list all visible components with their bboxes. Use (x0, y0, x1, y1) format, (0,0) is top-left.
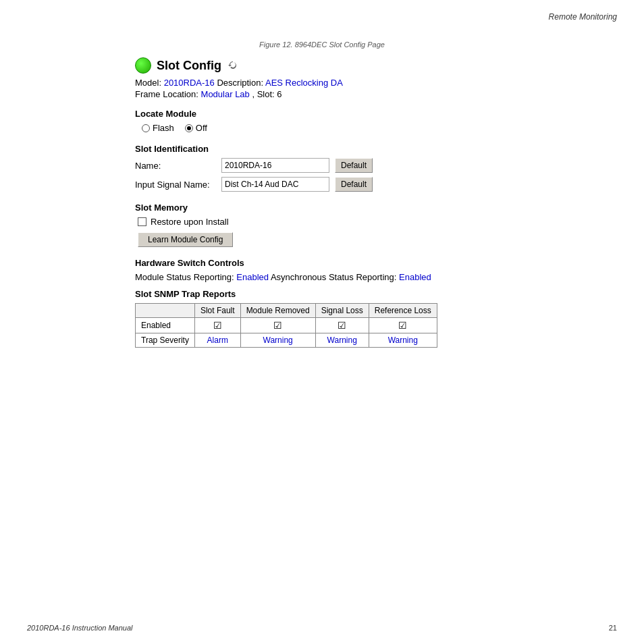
slot-value: 6 (277, 89, 281, 99)
figure-caption: Figure 12. 8964DEC Slot Config Page (259, 41, 385, 49)
frame-line: Frame Location: Modular Lab , Slot: 6 (135, 89, 540, 99)
off-radio-item[interactable]: Off (185, 123, 207, 133)
slot-config-header: Slot Config (135, 57, 540, 74)
enabled-slot-fault[interactable]: ☑ (194, 318, 240, 333)
page-header: Remote Monitoring (549, 12, 617, 22)
severity-module-removed[interactable]: Warning (240, 333, 315, 348)
name-field-row: Name: Default (135, 158, 540, 173)
slot-identification-section: Slot Identification Name: Default Input … (135, 144, 540, 192)
col-header-slot-fault: Slot Fault (194, 304, 240, 318)
severity-signal-loss[interactable]: Warning (315, 333, 369, 348)
learn-module-button[interactable]: Learn Module Config (138, 232, 233, 247)
model-line: Model: 2010RDA-16 Description: AES Reclo… (135, 78, 540, 88)
input-signal-input[interactable] (221, 177, 329, 192)
locate-radio-group: Flash Off (142, 123, 540, 133)
module-status-value[interactable]: Enabled (236, 272, 269, 282)
col-header-module-removed: Module Removed (240, 304, 315, 318)
restore-checkbox-row: Restore upon Install (138, 217, 540, 227)
snmp-table: Slot Fault Module Removed Signal Loss Re… (135, 303, 437, 348)
severity-reference-loss[interactable]: Warning (369, 333, 437, 348)
status-indicator (135, 57, 151, 74)
snmp-header-row: Slot Fault Module Removed Signal Loss Re… (136, 304, 437, 318)
footer-left: 2010RDA-16 Instruction Manual (27, 624, 133, 632)
page-title: Slot Config (157, 59, 221, 73)
footer-right: 21 (609, 624, 617, 632)
description-link[interactable]: AES Reclocking DA (265, 78, 343, 88)
restore-checkbox[interactable] (138, 217, 146, 226)
snmp-severity-row: Trap Severity Alarm Warning Warning Warn… (136, 333, 437, 348)
flash-radio-item[interactable]: Flash (142, 123, 174, 133)
name-label: Name: (135, 161, 216, 171)
input-signal-field-row: Input Signal Name: Default (135, 177, 540, 192)
flash-radio-button[interactable] (142, 124, 150, 132)
name-default-button[interactable]: Default (335, 158, 373, 173)
restore-label: Restore upon Install (151, 217, 229, 227)
off-label: Off (196, 123, 207, 133)
main-content: Slot Config Model: 2010RDA-16 Descriptio… (135, 57, 540, 354)
locate-module-section: Locate Module Flash Off (135, 109, 540, 133)
refresh-icon[interactable] (227, 59, 239, 72)
slot-memory-title: Slot Memory (135, 203, 540, 213)
flash-label: Flash (153, 123, 174, 133)
slot-identification-title: Slot Identification (135, 144, 540, 154)
snmp-section: Slot SNMP Trap Reports Slot Fault Module… (135, 289, 540, 348)
locate-module-title: Locate Module (135, 109, 540, 119)
enabled-reference-loss[interactable]: ☑ (369, 318, 437, 333)
severity-label: Trap Severity (136, 333, 195, 348)
input-signal-label: Input Signal Name: (135, 180, 216, 190)
status-reporting-line: Module Status Reporting: Enabled Asynchr… (135, 272, 540, 282)
severity-slot-fault[interactable]: Alarm (194, 333, 240, 348)
name-input[interactable] (221, 158, 329, 173)
col-header-reference-loss: Reference Loss (369, 304, 437, 318)
col-header-empty (136, 304, 195, 318)
input-signal-default-button[interactable]: Default (335, 177, 373, 192)
header-title: Remote Monitoring (549, 12, 617, 22)
model-link[interactable]: 2010RDA-16 (164, 78, 215, 88)
hardware-switch-section: Hardware Switch Controls Module Status R… (135, 258, 540, 282)
col-header-signal-loss: Signal Loss (315, 304, 369, 318)
enabled-label: Enabled (136, 318, 195, 333)
off-radio-button[interactable] (185, 124, 193, 132)
async-status-value[interactable]: Enabled (399, 272, 431, 282)
snmp-title: Slot SNMP Trap Reports (135, 289, 540, 299)
frame-link[interactable]: Modular Lab (201, 89, 250, 99)
enabled-signal-loss[interactable]: ☑ (315, 318, 369, 333)
slot-memory-section: Slot Memory Restore upon Install Learn M… (135, 203, 540, 247)
enabled-module-removed[interactable]: ☑ (240, 318, 315, 333)
snmp-enabled-row: Enabled ☑ ☑ ☑ ☑ (136, 318, 437, 333)
hardware-switch-title: Hardware Switch Controls (135, 258, 540, 268)
